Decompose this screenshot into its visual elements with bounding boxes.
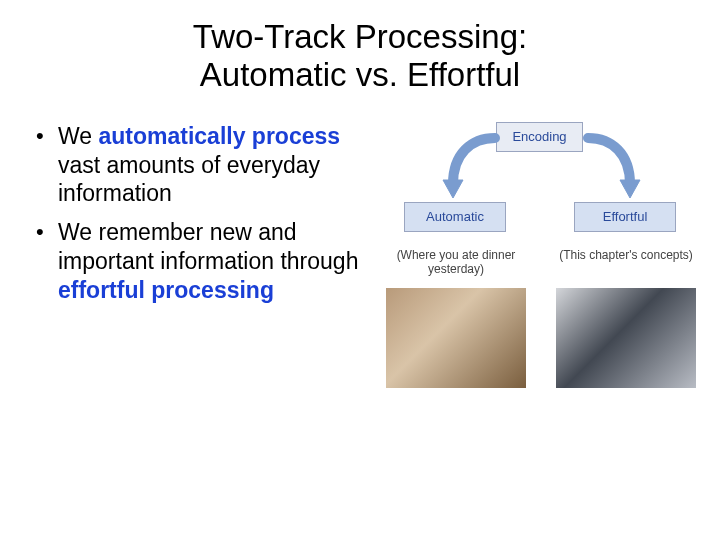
bullet-item-1: We automatically process vast amounts of… [36,122,366,208]
title-line-1: Two-Track Processing: [193,18,527,55]
bullet2-lead: We remember new and important informatio… [58,219,358,274]
bullet1-bold: automatically process [98,123,340,149]
arrow-left-icon [431,126,501,204]
arrow-right-icon [582,126,652,204]
encoding-box: Encoding [496,122,583,152]
photo-study [556,288,696,388]
effortful-box: Effortful [574,202,676,232]
automatic-box: Automatic [404,202,506,232]
svg-marker-0 [443,180,463,198]
slide-title: Two-Track Processing: Automatic vs. Effo… [30,18,690,94]
bullet-list: We automatically process vast amounts of… [30,122,366,315]
caption-effortful: (This chapter's concepts) [556,248,696,262]
bullet1-rest: vast amounts of everyday information [58,152,320,207]
slide: Two-Track Processing: Automatic vs. Effo… [0,0,720,540]
caption-automatic: (Where you ate dinner yesterday) [386,248,526,277]
bullet-item-2: We remember new and important informatio… [36,218,366,304]
title-line-2: Automatic vs. Effortful [200,56,520,93]
bullet2-bold: effortful processing [58,277,274,303]
bullet1-lead: We [58,123,98,149]
content-row: We automatically process vast amounts of… [30,122,690,315]
svg-marker-1 [620,180,640,198]
photo-dinner [386,288,526,388]
diagram-column: Encoding Automatic Effortful (Where you … [376,122,690,315]
